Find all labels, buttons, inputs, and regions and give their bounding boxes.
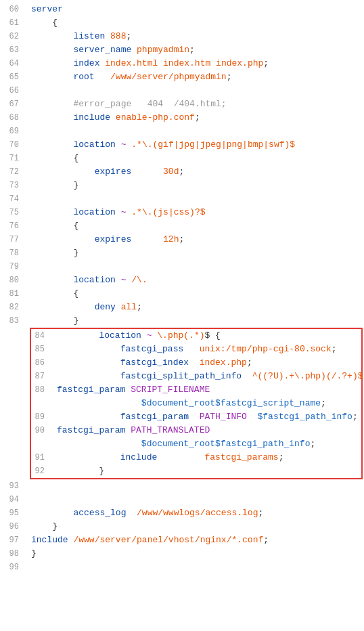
line-content-60: server [28, 3, 364, 16]
line-num-88: 88 [31, 383, 50, 397]
line-73: 73 } [0, 179, 364, 192]
highlighted-block: 84 location ~ \.php(.*)$ { 85 fastcgi_pa… [30, 328, 363, 479]
line-content-74 [28, 192, 364, 206]
line-content-63: server_name phpmyadmin; [28, 43, 364, 57]
line-71: 71 { [0, 152, 364, 165]
line-79: 79 [0, 260, 364, 274]
line-content-66 [28, 84, 364, 97]
line-num-95: 95 [0, 506, 24, 520]
line-83: 83 } [0, 314, 364, 328]
line-content-96: } [28, 520, 364, 534]
line-content-93 [28, 479, 364, 493]
line-num-70: 70 [0, 138, 24, 152]
line-84: 84 location ~ \.php(.*)$ { [31, 329, 361, 343]
line-num-76: 76 [0, 219, 24, 233]
line-94: 94 [0, 493, 364, 506]
line-93: 93 [0, 479, 364, 493]
line-69: 69 [0, 125, 364, 138]
line-content-86: fastcgi_index index.php; [54, 356, 361, 370]
line-content-67: #error_page 404 /404.html; [28, 97, 364, 111]
line-60: 60 server [0, 3, 364, 16]
line-95: 95 access_log /www/wwwlogs/access.log; [0, 506, 364, 520]
line-content-90: fastcgi_param PATH_TRANSLATED $document_… [54, 424, 361, 451]
line-96: 96 } [0, 520, 364, 534]
line-num-81: 81 [0, 287, 24, 301]
line-88: 88 fastcgi_param SCRIPT_FILENAME $docume… [31, 383, 361, 410]
line-num-99: 99 [0, 561, 24, 574]
line-content-82: deny all; [28, 301, 364, 314]
line-content-79 [28, 260, 364, 274]
line-content-78: } [28, 246, 364, 260]
line-content-70: location ~ .*\.(gif|jpg|jpeg|png|bmp|swf… [28, 138, 364, 152]
line-content-75: location ~ .*\.(js|css)?$ [28, 206, 364, 219]
line-num-74: 74 [0, 192, 24, 206]
line-num-78: 78 [0, 246, 24, 260]
line-num-79: 79 [0, 260, 24, 274]
line-num-80: 80 [0, 274, 24, 287]
line-content-65: root /www/server/phpmyadmin; [28, 70, 364, 84]
line-content-76: { [28, 219, 364, 233]
line-90: 90 fastcgi_param PATH_TRANSLATED $docume… [31, 424, 361, 451]
line-67: 67 #error_page 404 /404.html; [0, 97, 364, 111]
line-61: 61 { [0, 16, 364, 30]
line-num-61: 61 [0, 16, 24, 30]
line-content-83: } [28, 314, 364, 328]
line-78: 78 } [0, 246, 364, 260]
line-86: 86 fastcgi_index index.php; [31, 356, 361, 370]
line-num-77: 77 [0, 233, 24, 246]
line-content-64: index index.html index.htm index.php; [28, 57, 364, 70]
line-content-69 [28, 125, 364, 138]
line-99: 99 [0, 561, 364, 574]
line-72: 72 expires 30d; [0, 165, 364, 179]
line-content-91: include fastcgi_params; [54, 451, 361, 464]
line-num-72: 72 [0, 165, 24, 179]
line-65: 65 root /www/server/phpmyadmin; [0, 70, 364, 84]
line-num-65: 65 [0, 70, 24, 84]
line-80: 80 location ~ /\. [0, 274, 364, 287]
line-num-92: 92 [31, 464, 50, 478]
line-content-89: fastcgi_param PATH_INFO $fastcgi_path_in… [54, 410, 361, 424]
line-num-71: 71 [0, 152, 24, 165]
line-91: 91 include fastcgi_params; [31, 451, 361, 464]
line-content-85: fastcgi_pass unix:/tmp/php-cgi-80.sock; [54, 343, 361, 356]
line-content-72: expires 30d; [28, 165, 364, 179]
line-num-85: 85 [31, 343, 50, 356]
line-content-87: fastcgi_split_path_info ^((?U).+\.php)(/… [54, 370, 364, 383]
line-content-81: { [28, 287, 364, 301]
line-98: 98 } [0, 547, 364, 561]
line-92: 92 } [31, 464, 361, 478]
line-75: 75 location ~ .*\.(js|css)?$ [0, 206, 364, 219]
line-content-80: location ~ /\. [28, 274, 364, 287]
line-num-94: 94 [0, 493, 24, 506]
line-content-95: access_log /www/wwwlogs/access.log; [28, 506, 364, 520]
line-num-98: 98 [0, 547, 24, 561]
line-num-75: 75 [0, 206, 24, 219]
line-70: 70 location ~ .*\.(gif|jpg|jpeg|png|bmp|… [0, 138, 364, 152]
line-num-89: 89 [31, 410, 50, 424]
line-num-62: 62 [0, 30, 24, 43]
line-num-87: 87 [31, 370, 50, 383]
line-62: 62 listen 888; [0, 30, 364, 43]
line-content-98: } [28, 547, 364, 561]
line-content-97: include /www/server/panel/vhost/nginx/*.… [28, 534, 364, 547]
line-num-86: 86 [31, 356, 50, 370]
line-num-68: 68 [0, 111, 24, 125]
line-num-96: 96 [0, 520, 24, 534]
line-content-71: { [28, 152, 364, 165]
line-num-83: 83 [0, 314, 24, 328]
line-content-88: fastcgi_param SCRIPT_FILENAME $document_… [54, 383, 361, 410]
line-num-69: 69 [0, 125, 24, 138]
line-85: 85 fastcgi_pass unix:/tmp/php-cgi-80.soc… [31, 343, 361, 356]
line-content-92: } [54, 464, 361, 478]
line-content-61: { [28, 16, 364, 30]
line-content-77: expires 12h; [28, 233, 364, 246]
line-num-90: 90 [31, 424, 50, 437]
line-77: 77 expires 12h; [0, 233, 364, 246]
line-content-68: include enable-php.conf; [28, 111, 364, 125]
line-content-84: location ~ \.php(.*)$ { [54, 329, 361, 343]
line-76: 76 { [0, 219, 364, 233]
line-content-94 [28, 493, 364, 506]
line-81: 81 { [0, 287, 364, 301]
line-num-63: 63 [0, 43, 24, 57]
line-num-91: 91 [31, 451, 50, 464]
